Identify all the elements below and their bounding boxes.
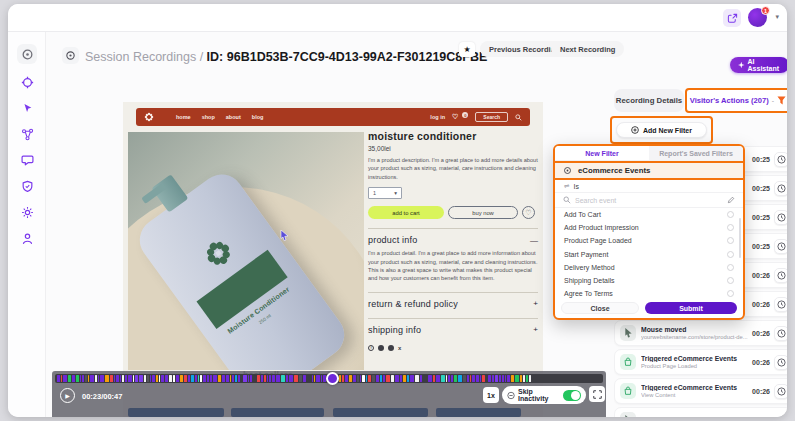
jump-to-time-button[interactable] — [774, 297, 787, 312]
submit-button[interactable]: Submit — [645, 302, 737, 314]
filter-option[interactable]: Shipping Details — [555, 274, 743, 287]
action-row[interactable]: Triggered eCommerce Events Product Page … — [614, 349, 787, 375]
sidebar-item-target[interactable] — [17, 72, 37, 92]
add-new-filter-button[interactable]: Add New Filter — [616, 122, 707, 138]
chevron-down-icon[interactable]: ▾ — [775, 13, 779, 21]
jump-to-time-button[interactable] — [774, 239, 787, 254]
bottle-flower-icon — [199, 234, 238, 273]
action-title: Mouse moved — [641, 326, 750, 333]
sidebar-item-funnels[interactable] — [17, 124, 37, 144]
jump-to-time-button[interactable] — [774, 210, 787, 225]
skip-inactivity-toggle[interactable] — [563, 390, 581, 401]
radio-button[interactable] — [727, 237, 734, 244]
page-title: Session Recordings / ID: 96B1D53B-7CC9-4… — [85, 50, 487, 64]
sidebar-item-recordings[interactable] — [17, 44, 37, 64]
radio-button[interactable] — [727, 277, 734, 284]
jump-to-time-button[interactable] — [774, 152, 787, 167]
jump-to-time-button[interactable] — [774, 326, 787, 341]
sidebar-item-account[interactable] — [17, 228, 37, 248]
avatar[interactable]: 1 — [748, 8, 767, 27]
ai-assistant-button[interactable]: AI Assistant — [730, 57, 787, 73]
sidebar-item-feedback[interactable] — [17, 150, 37, 170]
clock-icon — [777, 242, 786, 251]
playback-speed-button[interactable]: 1x — [483, 387, 499, 403]
filter-event-type-row[interactable]: eCommerce Events — [555, 161, 743, 180]
shopping-bag-icon — [623, 357, 633, 367]
social-icons: f x — [368, 345, 538, 351]
next-recording-button[interactable]: Next Recording — [551, 41, 624, 57]
wishlist-heart-button: ♡ — [522, 206, 535, 219]
tab-saved-filters[interactable]: Report's Saved Filters — [649, 146, 743, 160]
filter-option-label: Start Payment — [564, 251, 608, 258]
product-details: moisture conditioner 35,00lei I'm a prod… — [368, 130, 538, 351]
shopping-bag-icon — [623, 386, 633, 396]
jump-to-time-button[interactable] — [774, 355, 787, 370]
target-icon — [563, 166, 572, 175]
close-button[interactable]: Close — [561, 302, 639, 314]
radio-button[interactable] — [727, 290, 734, 297]
filter-operator-row[interactable]: ⇌ Is — [555, 180, 743, 193]
favorite-button[interactable]: ★ — [459, 42, 475, 57]
action-row[interactable]: Triggered eCommerce Events View Content … — [614, 378, 787, 404]
action-timestamp: 00:26 — [752, 301, 770, 308]
clock-icon — [777, 184, 786, 193]
filter-panel: New Filter Report's Saved Filters eComme… — [553, 144, 745, 320]
jump-to-time-button[interactable] — [774, 181, 787, 196]
tab-recording-details[interactable]: Recording Details — [614, 89, 684, 112]
timeline[interactable] — [55, 374, 603, 383]
shield-icon — [21, 180, 34, 193]
sidebar — [8, 32, 46, 417]
pencil-icon[interactable] — [727, 196, 735, 204]
action-row[interactable]: Mouse moved — [614, 407, 787, 417]
radio-button[interactable] — [727, 211, 734, 218]
radio-button[interactable] — [727, 224, 734, 231]
mouse-cursor-icon — [624, 415, 633, 417]
sidebar-item-privacy[interactable] — [17, 176, 37, 196]
tab-new-filter[interactable]: New Filter — [555, 146, 649, 160]
accordion-product-info: product info — — [368, 228, 538, 245]
caret-down-icon: ▾ — [394, 190, 397, 196]
clock-icon — [777, 213, 786, 222]
jump-to-time-button[interactable] — [774, 384, 787, 399]
radio-button[interactable] — [727, 251, 734, 258]
jump-to-time-button[interactable] — [774, 268, 787, 283]
play-button[interactable]: ▶ — [60, 388, 75, 403]
mouse-cursor-icon — [624, 328, 633, 338]
filter-option[interactable]: Delivery Method — [555, 261, 743, 274]
product-detail-text: I'm a product detail. I'm a great place … — [368, 249, 538, 283]
scrollbar[interactable] — [739, 218, 742, 258]
search-event-input[interactable] — [575, 197, 723, 204]
filter-option[interactable]: Agree To Terms — [555, 287, 743, 300]
filter-option[interactable]: Add To Cart — [555, 208, 743, 221]
site-nav-blog: blog — [252, 114, 264, 120]
site-navbar: home shop about blog log in ♡ 0 Search — [136, 108, 530, 126]
sidebar-item-settings[interactable] — [17, 202, 37, 222]
pointer-icon — [21, 102, 34, 115]
clock-icon — [777, 300, 786, 309]
tab-visitors-actions[interactable]: Visitor's Actions (207) — [690, 96, 769, 105]
filter-option[interactable]: Add Product Impression — [555, 221, 743, 234]
page-thumbnail — [333, 408, 428, 417]
action-icon-box — [620, 383, 636, 399]
person-icon — [21, 232, 34, 245]
radio-button[interactable] — [727, 264, 734, 271]
action-row[interactable]: Mouse moved yourwebsitename.com/store/pr… — [614, 320, 787, 346]
expand-icon: + — [533, 325, 538, 334]
record-icon — [21, 48, 34, 61]
x-icon: x — [398, 345, 401, 351]
star-icon: ★ — [463, 45, 470, 54]
filter-option[interactable]: Product Page Loaded — [555, 234, 743, 247]
plus-circle-icon — [631, 126, 639, 134]
sidebar-item-clicks[interactable] — [17, 98, 37, 118]
fullscreen-button[interactable] — [589, 386, 605, 402]
action-timestamp: 00:26 — [752, 388, 770, 395]
action-title: Triggered eCommerce Events — [641, 384, 750, 391]
share-button[interactable] — [723, 9, 741, 27]
skip-icon — [507, 391, 515, 400]
playback-time: 00:23/00:47 — [82, 392, 122, 401]
filter-option[interactable]: Start Payment — [555, 248, 743, 261]
tab-visitors-actions-highlight[interactable]: Visitor's Actions (207) - 4 — [685, 88, 787, 113]
playhead[interactable] — [326, 372, 339, 385]
product-price: 35,00lei — [368, 145, 538, 152]
clock-icon — [777, 329, 786, 338]
